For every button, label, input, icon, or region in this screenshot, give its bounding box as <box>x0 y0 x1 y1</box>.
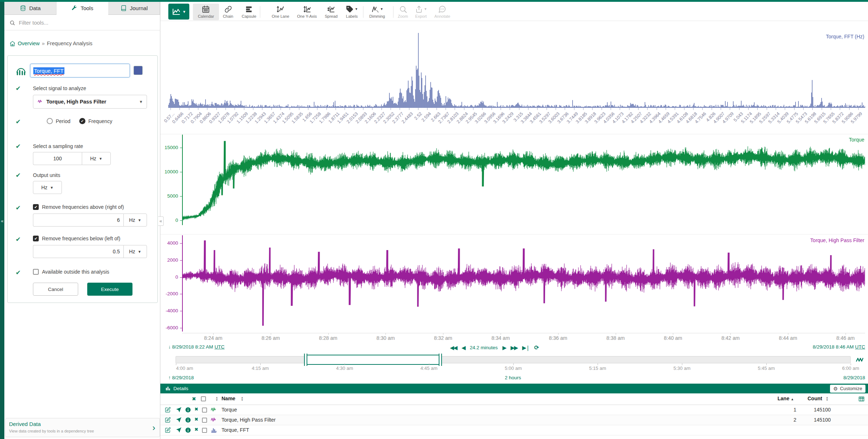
timeline-tick-label: 4:45 am <box>421 366 438 371</box>
tab-journal[interactable]: Journal <box>108 2 160 15</box>
edit-icon[interactable] <box>165 417 171 423</box>
column-header-count[interactable]: Count <box>808 396 822 401</box>
table-row[interactable]: ✖Torque, High Pass Filter2145100 <box>160 415 868 425</box>
edit-icon[interactable] <box>165 407 171 413</box>
frequency-radio[interactable]: ✔ Frequency <box>79 118 112 124</box>
tab-data[interactable]: Data <box>4 2 56 15</box>
sampling-rate-input[interactable] <box>33 152 82 165</box>
home-icon[interactable] <box>9 41 16 47</box>
select-all-checkbox[interactable] <box>201 396 206 401</box>
remove-below-unit-value: Hz <box>129 249 135 254</box>
fft-tool-icon <box>15 64 27 77</box>
timeline-handle-right[interactable] <box>439 354 442 366</box>
timeline-end-date[interactable]: 8/29/2018 <box>793 375 865 380</box>
edit-icon[interactable] <box>165 427 171 433</box>
sort-icon[interactable]: ▲▼ <box>826 396 829 401</box>
row-lane: 1 <box>778 407 796 413</box>
timeline-handle-left[interactable] <box>304 354 307 366</box>
signal-icon <box>211 417 217 423</box>
tab-tools[interactable]: Tools <box>56 2 109 15</box>
collapse-sidebar-icon[interactable]: « <box>158 216 164 226</box>
worksheet-view-selector[interactable]: ▼ <box>168 4 189 20</box>
toolbar-button-spread[interactable]: Spread <box>321 4 341 20</box>
table-row[interactable]: ✖Torque1145100 <box>160 405 868 415</box>
range-end-timezone[interactable]: UTC <box>855 344 865 350</box>
remove-all-icon[interactable]: ✖ <box>192 396 196 402</box>
toolbar-button-calendar[interactable]: Calendar <box>193 4 219 20</box>
toolbar-button-one-y-axis[interactable]: One Y-Axis <box>291 4 323 20</box>
cancel-button[interactable]: Cancel <box>33 283 78 296</box>
filter-tools-input[interactable] <box>19 20 138 26</box>
remove-below-unit-select[interactable]: Hz ▼ <box>123 245 147 258</box>
result-name-input[interactable]: Torque, FFT <box>30 64 130 77</box>
radio-on-icon: ✔ <box>79 118 85 124</box>
fft-x-tick <box>226 108 226 110</box>
step-backward-icon[interactable]: ◀ <box>462 345 465 351</box>
refresh-icon[interactable]: ⟳ <box>534 344 539 351</box>
row-checkbox[interactable] <box>202 408 207 413</box>
info-icon[interactable] <box>185 417 191 423</box>
toolbar-button-chain[interactable]: Chain <box>218 4 238 20</box>
remove-below-checkbox-row[interactable]: ✔ Remove frequencies below (left of) <box>33 236 120 241</box>
timeline-start-date[interactable]: ↑ 8/29/2018 <box>168 375 194 380</box>
send-to-trend-icon[interactable] <box>176 427 182 433</box>
table-row[interactable]: ✖Torque, FFT <box>160 425 868 435</box>
display-range-end[interactable]: 8/29/2018 8:46 AM UTC <box>757 344 865 350</box>
sidebar: DataToolsJournal Overview » Frequency An… <box>4 2 160 439</box>
period-radio[interactable]: Period <box>47 118 70 124</box>
breadcrumb-overview[interactable]: Overview <box>18 41 39 46</box>
remove-icon[interactable]: ✖ <box>194 406 198 412</box>
remove-above-checkbox-row[interactable]: ✔ Remove frequencies above (right of) <box>33 204 124 210</box>
fft-x-tick <box>308 108 308 110</box>
send-to-trend-icon[interactable] <box>176 407 182 413</box>
output-unit-select[interactable]: Hz ▼ <box>33 181 62 194</box>
range-start-timezone[interactable]: UTC <box>215 344 225 350</box>
derived-data-panel[interactable]: Derived Data View data created by tools … <box>5 418 160 437</box>
display-range-start[interactable]: ↓ 8/29/2018 8:22 AM UTC <box>168 344 224 350</box>
remove-above-input[interactable] <box>33 214 123 227</box>
collapse-left-icon[interactable]: « <box>0 216 4 226</box>
toolbar-button-one-lane[interactable]: One Lane <box>267 4 294 20</box>
row-checkbox[interactable] <box>202 418 207 423</box>
customize-button[interactable]: ⚙ Customize <box>830 385 865 393</box>
duration-label[interactable]: 24.2 minutes <box>470 345 498 350</box>
execute-button[interactable]: Execute <box>87 283 132 296</box>
y-axis-tick <box>180 243 182 244</box>
remove-below-input[interactable] <box>33 245 123 258</box>
bar-chart-icon <box>165 386 171 391</box>
sort-icon[interactable]: ▲▼ <box>215 396 218 401</box>
sampling-unit-select[interactable]: Hz ▼ <box>82 152 111 165</box>
toolbar-button-capsule[interactable]: Capsule <box>237 4 261 20</box>
fft-x-tick <box>794 108 795 110</box>
send-to-trend-icon[interactable] <box>176 417 182 423</box>
fast-forward-icon[interactable]: ▶▶ <box>510 345 517 351</box>
skip-to-now-icon[interactable]: ▶❘ <box>522 345 530 351</box>
fast-backward-icon[interactable]: ◀◀ <box>450 345 457 351</box>
add-column-icon[interactable] <box>858 396 865 402</box>
column-header-name[interactable]: Name <box>222 396 235 401</box>
remove-icon[interactable]: ✖ <box>194 427 198 432</box>
info-icon[interactable] <box>185 427 191 433</box>
torque-chart[interactable] <box>182 135 865 225</box>
signal-select-dropdown[interactable]: Torque, High Pass Filter ▼ <box>33 95 147 109</box>
toolbar-button-labels[interactable]: ▼Labels <box>341 4 362 20</box>
auto-update-icon[interactable] <box>855 355 864 364</box>
fft-x-tick <box>583 108 583 110</box>
column-header-lane[interactable]: Lane ▲ <box>778 396 794 401</box>
time-tick-label: 8:38 am <box>606 335 625 341</box>
step-forward-icon[interactable]: ▶ <box>502 345 506 351</box>
fft-chart[interactable] <box>168 31 865 108</box>
timeline-selection[interactable] <box>306 355 441 365</box>
fft-x-tick <box>776 108 776 110</box>
timeline-range-label: 2 hours <box>491 375 535 380</box>
sort-icon[interactable]: ▲▼ <box>241 396 244 401</box>
signal-color-swatch[interactable] <box>134 66 143 75</box>
info-icon[interactable] <box>185 407 191 413</box>
remove-above-unit-select[interactable]: Hz ▼ <box>123 214 147 227</box>
timeline-bar[interactable] <box>176 356 851 363</box>
hpf-chart[interactable] <box>182 235 865 332</box>
remove-icon[interactable]: ✖ <box>194 417 198 422</box>
row-checkbox[interactable] <box>202 428 207 433</box>
toolbar-button-dimming[interactable]: ▼Dimming <box>366 4 389 20</box>
available-outside-checkbox-row[interactable]: Available outside this analysis <box>33 269 109 275</box>
